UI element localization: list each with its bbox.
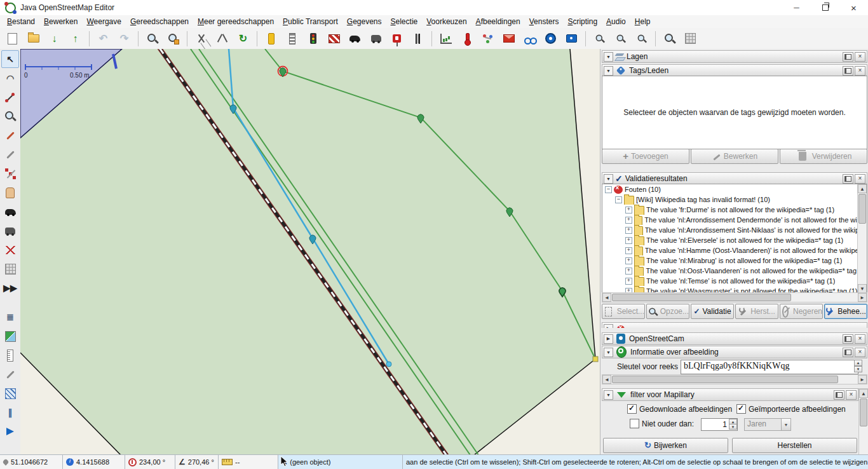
close-icon[interactable]: × <box>855 66 865 76</box>
way-end-node[interactable] <box>386 362 391 367</box>
menu-afbeeldingen[interactable]: Afbeeldingen <box>471 16 525 27</box>
collapse-toggle-icon[interactable]: ▼ <box>604 348 613 357</box>
expand-icon[interactable]: + <box>625 257 632 264</box>
node-marker-selected[interactable] <box>278 67 288 78</box>
menu-bewerken[interactable]: Bewerken <box>39 16 82 27</box>
close-button[interactable]: × <box>839 0 868 15</box>
lasso-mode-button[interactable]: ◠ <box>1 69 19 87</box>
expand-icon[interactable]: + <box>625 227 632 234</box>
toevoegen-button[interactable]: +Toevoegen <box>602 149 689 164</box>
validatie-button[interactable]: ✓Validatie <box>691 304 734 319</box>
mail-button[interactable] <box>499 29 518 48</box>
verwijderen-button[interactable]: Verwijderen <box>780 149 867 164</box>
menu-voorkeuzen[interactable]: Voorkeuzen <box>422 16 471 27</box>
mapillary-filter-panel-header[interactable]: ▼ filter voor Mapillary × <box>602 388 858 401</box>
field-spinner[interactable]: ▲ ▼ <box>854 360 862 373</box>
expand-icon[interactable]: + <box>625 237 632 244</box>
combine-way-button[interactable] <box>213 29 231 48</box>
validation-tree-row[interactable]: +The value 'nl:Arrondissement Dendermond… <box>602 215 858 225</box>
title-bar[interactable]: Java OpenStreetMap Editor ─ × <box>0 0 868 16</box>
extrude-mode-button[interactable] <box>1 184 19 201</box>
spin-up-icon[interactable]: ▲ <box>854 360 862 366</box>
imported-images-checkbox[interactable]: Geïmporteerde afbeeldingen <box>736 404 846 414</box>
thermometer-button[interactable] <box>458 29 476 48</box>
zoom-openstreetcam-button[interactable] <box>611 29 630 48</box>
validation-tree-row[interactable]: +The value 'nl:Elversele' is not allowed… <box>602 235 858 245</box>
new-layer-button[interactable] <box>3 29 22 48</box>
panel-vertical-scrollbar[interactable]: ▲ <box>858 388 868 455</box>
scroll-down-icon[interactable]: ▼ <box>858 284 867 293</box>
redo-button[interactable]: ↷ <box>115 29 133 48</box>
construction-button[interactable] <box>325 29 343 48</box>
scrollbar-thumb[interactable] <box>612 294 791 301</box>
car-button[interactable] <box>346 29 364 48</box>
scroll-right-icon[interactable]: ► <box>858 293 867 302</box>
horizontal-scrollbar[interactable]: ◄ ► <box>602 374 867 384</box>
expand-toggle-icon[interactable]: ▶ <box>604 334 613 344</box>
expand-icon[interactable]: + <box>625 217 632 224</box>
scrollbar-thumb[interactable] <box>858 194 866 224</box>
validation-tree-row[interactable]: +The value 'nl:Arrondissement Sint-Nikla… <box>602 225 858 235</box>
building-tools-button[interactable] <box>681 29 700 48</box>
spin-down-icon[interactable]: ▼ <box>854 366 862 372</box>
validation-tree-row[interactable]: +The value 'nl:Hamme (Oost-Vlaanderen)' … <box>602 245 858 255</box>
menu-gegevens[interactable]: Gegevens <box>342 16 386 27</box>
dock-icon[interactable] <box>843 174 853 184</box>
layers-panel-header[interactable]: ▼ Lagen × <box>602 50 867 63</box>
validation-tree-row[interactable]: +The value 'nl:Temse' is not allowed for… <box>602 276 858 286</box>
close-icon[interactable]: × <box>855 52 865 62</box>
collapse-toggle-icon[interactable]: ▼ <box>604 52 613 62</box>
line-tool-button[interactable] <box>1 365 19 383</box>
traffic-signals-button[interactable] <box>304 29 322 48</box>
menu-gereedschappen[interactable]: Gereedschappen <box>126 16 193 27</box>
zoom-to-data-button[interactable] <box>164 29 182 48</box>
layers-tool-button[interactable]: ≣ <box>1 308 19 326</box>
dock-icon[interactable] <box>843 66 853 76</box>
search-button[interactable] <box>660 29 679 48</box>
relation-check-button[interactable] <box>478 29 497 48</box>
cycle-network-button[interactable] <box>541 29 560 48</box>
scroll-left-icon[interactable]: ◄ <box>602 375 611 384</box>
delete-mode-button[interactable] <box>1 126 19 144</box>
scroll-right-icon[interactable]: ► <box>858 375 867 384</box>
validation-tree-row[interactable]: −Fouten (10) <box>602 184 858 194</box>
dock-icon[interactable] <box>843 52 853 62</box>
van-button[interactable] <box>367 29 385 48</box>
menu-selectie[interactable]: Selectie <box>386 16 423 27</box>
platform-button[interactable] <box>262 29 280 48</box>
bus-stop-button[interactable] <box>388 29 406 48</box>
collapse-toggle-icon[interactable]: ▼ <box>604 390 613 400</box>
undo-button[interactable]: ↶ <box>94 29 112 48</box>
junction-node[interactable] <box>593 357 598 362</box>
validation-tree-row[interactable]: +The value 'nl:Mirabrug' is not allowed … <box>602 255 858 266</box>
vertical-scrollbar[interactable]: ▲ ▼ <box>857 184 867 293</box>
collapse-toggle-icon[interactable]: ▼ <box>604 66 613 76</box>
openstreetcam-panel-header[interactable]: ▶ OpenStreetCam × <box>602 332 867 345</box>
alignways-mode-button[interactable] <box>1 241 19 259</box>
close-icon[interactable]: × <box>855 348 865 357</box>
horizontal-scrollbar[interactable]: ◄ ► <box>602 292 867 302</box>
minimize-button[interactable]: ─ <box>782 0 811 15</box>
validation-tree-row[interactable]: −[Wiki] Wikipedia tag has invalid format… <box>602 194 858 205</box>
measure-tool-button[interactable] <box>1 346 19 364</box>
scroll-up-icon[interactable]: ▲ <box>858 184 867 193</box>
fast-draw-button[interactable]: ▶▶ <box>1 279 19 297</box>
validation-tree-row[interactable]: +The value 'fr:Durme' is not allowed for… <box>602 205 858 215</box>
validation-tree-row[interactable]: +The value 'nl:Oost-Vlaanderen' is not a… <box>602 266 858 276</box>
update-button[interactable]: ↻ Bijwerken <box>603 438 728 453</box>
cycling-button[interactable] <box>520 29 539 48</box>
menu-help[interactable]: Help <box>630 16 655 27</box>
dock-icon[interactable] <box>843 348 853 357</box>
parallel-way-mode-button[interactable] <box>1 146 19 163</box>
collapse-icon[interactable]: − <box>615 196 622 203</box>
behee-button[interactable]: Behee... <box>824 304 867 319</box>
improve-accuracy-mode-button[interactable] <box>1 165 19 182</box>
menu-scripting[interactable]: Scripting <box>563 16 602 27</box>
zoom-to-selection-button[interactable] <box>143 29 161 48</box>
stop-position-button[interactable] <box>283 29 301 48</box>
not-older-than-checkbox[interactable]: Niet ouder dan: <box>630 419 694 428</box>
menu-audio[interactable]: Audio <box>602 16 630 27</box>
menu-weergave[interactable]: Weergave <box>82 16 125 27</box>
open-file-button[interactable] <box>24 29 43 48</box>
chart-button[interactable] <box>437 29 455 48</box>
